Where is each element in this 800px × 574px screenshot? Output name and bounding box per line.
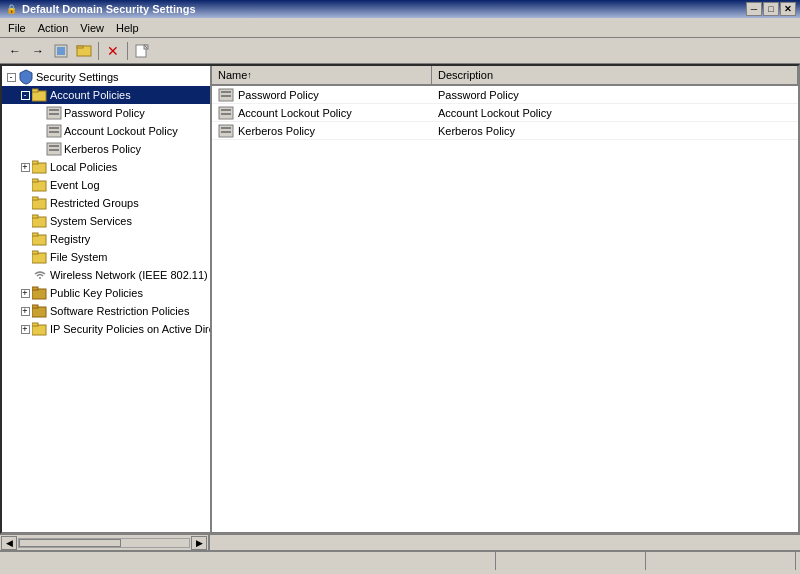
menu-file[interactable]: File — [2, 20, 32, 36]
forward-button[interactable]: → — [27, 40, 49, 62]
expand-public-key[interactable]: + — [18, 286, 32, 300]
expand-ip-security[interactable]: + — [18, 322, 32, 336]
tree-item-system-services[interactable]: System Services — [2, 212, 210, 230]
file-system-label: File System — [50, 251, 107, 263]
tree-item-security-settings[interactable]: - Security Settings — [2, 68, 210, 86]
restricted-groups-label: Restricted Groups — [50, 197, 139, 209]
toolbar: ← → ✕ — [0, 38, 800, 64]
up-icon — [53, 43, 69, 59]
software-restriction-label: Software Restriction Policies — [50, 305, 189, 317]
window-controls[interactable]: ─ □ ✕ — [746, 2, 796, 16]
cell-name-password: Password Policy — [212, 88, 432, 102]
tree-item-file-system[interactable]: File System — [2, 248, 210, 266]
wireless-icon — [32, 267, 48, 283]
status-seg-1 — [4, 552, 496, 570]
tree-item-public-key[interactable]: + Public Key Policies — [2, 284, 210, 302]
svg-rect-23 — [32, 197, 38, 200]
account-lockout-icon — [46, 123, 62, 139]
tree-panel[interactable]: - Security Settings - Account Policies — [2, 66, 212, 532]
cell-name-lockout: Account Lockout Policy — [212, 106, 432, 120]
svg-rect-25 — [32, 215, 38, 218]
scroll-left-btn[interactable]: ◀ — [1, 536, 17, 550]
scroll-right-btn[interactable]: ▶ — [191, 536, 207, 550]
tree-item-account-lockout[interactable]: Account Lockout Policy — [2, 122, 210, 140]
account-lockout-label: Account Lockout Policy — [64, 125, 178, 137]
tree-item-local-policies[interactable]: + Local Policies — [2, 158, 210, 176]
expand-software-restriction[interactable]: + — [18, 304, 32, 318]
software-restriction-icon — [32, 303, 48, 319]
cell-desc-lockout: Account Lockout Policy — [432, 107, 798, 119]
status-seg-3 — [646, 552, 796, 570]
tree-item-ip-security[interactable]: + IP Security Policies on Active Direc — [2, 320, 210, 338]
table-row[interactable]: Kerberos Policy Kerberos Policy — [212, 122, 798, 140]
svg-rect-8 — [32, 89, 38, 92]
cell-name-kerberos: Kerberos Policy — [212, 124, 432, 138]
svg-rect-1 — [57, 47, 65, 55]
tree-item-event-log[interactable]: Event Log — [2, 176, 210, 194]
col-desc-label: Description — [438, 69, 493, 81]
menu-action[interactable]: Action — [32, 20, 75, 36]
expand-event-log — [18, 178, 32, 192]
content-scrollbar-area — [210, 535, 800, 550]
scrollbar-area: ◀ ▶ — [0, 534, 800, 550]
svg-rect-43 — [221, 127, 231, 129]
system-services-label: System Services — [50, 215, 132, 227]
registry-icon — [32, 231, 48, 247]
row-name-password: Password Policy — [238, 89, 319, 101]
menu-view[interactable]: View — [74, 20, 110, 36]
ip-security-label: IP Security Policies on Active Direc — [50, 323, 212, 335]
cell-desc-password: Password Policy — [432, 89, 798, 101]
event-log-label: Event Log — [50, 179, 100, 191]
expand-password-policy — [32, 106, 46, 120]
toolbar-sep-1 — [98, 42, 99, 60]
parent-icon — [76, 43, 92, 59]
tree-item-wireless[interactable]: Wireless Network (IEEE 802.11) P — [2, 266, 210, 284]
tree-item-software-restriction[interactable]: + Software Restriction Policies — [2, 302, 210, 320]
app-icon: 🔒 — [4, 2, 18, 16]
menu-help[interactable]: Help — [110, 20, 145, 36]
cell-desc-kerberos: Kerberos Policy — [432, 125, 798, 137]
title-bar: 🔒 Default Domain Security Settings ─ □ ✕ — [0, 0, 800, 18]
tree-item-kerberos-policy[interactable]: Kerberos Policy — [2, 140, 210, 158]
password-policy-icon — [46, 105, 62, 121]
expand-file-system — [18, 250, 32, 264]
svg-rect-3 — [77, 46, 83, 48]
svg-rect-14 — [49, 131, 59, 133]
minimize-button[interactable]: ─ — [746, 2, 762, 16]
svg-rect-13 — [49, 127, 59, 129]
file-system-icon — [32, 249, 48, 265]
expand-wireless — [18, 268, 32, 282]
delete-button[interactable]: ✕ — [102, 40, 124, 62]
svg-rect-16 — [49, 145, 59, 147]
expand-local-policies[interactable]: + — [18, 160, 32, 174]
table-row[interactable]: Account Lockout Policy Account Lockout P… — [212, 104, 798, 122]
expand-security[interactable]: - — [4, 70, 18, 84]
column-headers: Name ↑ Description — [212, 66, 798, 86]
parent-button[interactable] — [73, 40, 95, 62]
svg-rect-33 — [32, 305, 38, 308]
expand-registry — [18, 232, 32, 246]
close-button[interactable]: ✕ — [780, 2, 796, 16]
expand-account-policies[interactable]: - — [18, 88, 32, 102]
scroll-track[interactable] — [18, 538, 190, 548]
back-button[interactable]: ← — [4, 40, 26, 62]
maximize-button[interactable]: □ — [763, 2, 779, 16]
row-icon-lockout — [218, 106, 234, 120]
up-button[interactable] — [50, 40, 72, 62]
tree-item-account-policies[interactable]: - Account Policies — [2, 86, 210, 104]
account-policies-icon — [32, 87, 48, 103]
tree-scrollbar[interactable]: ◀ ▶ — [0, 535, 210, 550]
security-label: Security Settings — [36, 71, 119, 83]
tree-item-password-policy[interactable]: Password Policy — [2, 104, 210, 122]
tree-item-registry[interactable]: Registry — [2, 230, 210, 248]
wireless-label: Wireless Network (IEEE 802.11) P — [50, 269, 212, 281]
svg-rect-40 — [221, 109, 231, 111]
col-header-name[interactable]: Name ↑ — [212, 66, 432, 84]
col-header-description[interactable]: Description — [432, 66, 798, 84]
status-seg-2 — [496, 552, 646, 570]
svg-rect-17 — [49, 149, 59, 151]
export-button[interactable] — [131, 40, 153, 62]
window-title: Default Domain Security Settings — [22, 3, 746, 15]
table-row[interactable]: Password Policy Password Policy — [212, 86, 798, 104]
tree-item-restricted-groups[interactable]: Restricted Groups — [2, 194, 210, 212]
